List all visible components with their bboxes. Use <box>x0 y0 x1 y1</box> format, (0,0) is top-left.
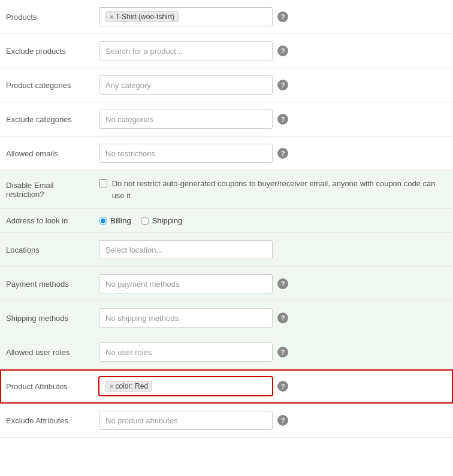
disable-email-checkbox-label: Do not restrict auto-generated coupons t… <box>112 178 447 201</box>
allowed-user-roles-label: Allowed user roles <box>0 335 93 369</box>
products-input[interactable]: × T-Shirt (woo-tshirt) <box>99 7 273 26</box>
address-label: Address to look in <box>0 209 93 233</box>
billing-radio-text: Billing <box>110 216 131 225</box>
allowed-emails-label: Allowed emails <box>0 137 93 171</box>
allowed-emails-input[interactable]: No restrictions <box>99 144 273 163</box>
shipping-methods-label: Shipping methods <box>0 301 93 335</box>
exclude-products-input[interactable]: Search for a product... <box>99 41 273 60</box>
exclude-categories-help-icon[interactable]: ? <box>277 114 288 125</box>
exclude-categories-label: Exclude categories <box>0 102 93 137</box>
disable-email-checkbox-row: Do not restrict auto-generated coupons t… <box>99 178 447 201</box>
payment-methods-help-icon[interactable]: ? <box>277 278 288 289</box>
shipping-radio-label[interactable]: Shipping <box>141 216 183 225</box>
exclude-products-label: Exclude products <box>0 34 93 68</box>
exclude-products-help-icon[interactable]: ? <box>277 46 288 56</box>
product-attribute-tag: × color: Red <box>105 381 152 392</box>
shipping-radio-text: Shipping <box>152 216 183 225</box>
allowed-user-roles-help-icon[interactable]: ? <box>277 347 288 357</box>
payment-methods-input[interactable]: No payment methods <box>99 274 273 293</box>
address-radio-group: Billing Shipping <box>99 216 447 225</box>
exclude-attributes-help-icon[interactable]: ? <box>277 415 288 426</box>
shipping-methods-input[interactable]: No shipping methods <box>99 308 273 328</box>
exclude-attributes-input[interactable]: No product attributes <box>99 411 273 430</box>
products-help-icon[interactable]: ? <box>277 11 288 22</box>
tag-remove-icon[interactable]: × <box>110 13 113 20</box>
disable-email-checkbox[interactable] <box>99 179 107 187</box>
product-attributes-label: Product Attributes <box>0 369 93 404</box>
attribute-tag-remove-icon[interactable]: × <box>110 383 113 390</box>
locations-input[interactable]: Select location... <box>99 240 273 259</box>
product-categories-help-icon[interactable]: ? <box>277 80 288 90</box>
exclude-attributes-label: Exclude Attributes <box>0 404 93 438</box>
billing-radio-label[interactable]: Billing <box>99 216 131 225</box>
allowed-user-roles-input[interactable]: No user roles <box>99 342 273 362</box>
locations-label: Locations <box>0 233 93 267</box>
exclude-categories-input[interactable]: No categories <box>99 110 273 129</box>
billing-radio[interactable] <box>99 217 107 225</box>
product-categories-label: Product categories <box>0 68 93 102</box>
allowed-emails-help-icon[interactable]: ? <box>277 148 288 159</box>
products-label: Products <box>0 0 93 34</box>
payment-methods-label: Payment methods <box>0 267 93 301</box>
product-categories-input[interactable]: Any category <box>99 75 273 95</box>
shipping-radio[interactable] <box>141 217 149 225</box>
disable-email-label: Disable Email restriction? <box>0 171 93 209</box>
product-attributes-help-icon[interactable]: ? <box>277 381 288 392</box>
product-tag: × T-Shirt (woo-tshirt) <box>105 11 179 22</box>
product-attributes-input[interactable]: × color: Red <box>99 377 273 396</box>
shipping-methods-help-icon[interactable]: ? <box>277 313 288 323</box>
